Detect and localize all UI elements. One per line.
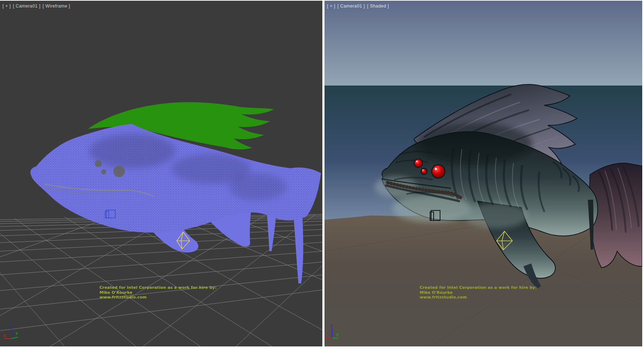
axis-x-label: X (3, 334, 6, 338)
credit-line: Created for Intel Corporation as a work … (420, 285, 537, 290)
viewport-shading-button[interactable]: [ Shaded ] (367, 4, 389, 9)
axis-x-label: x (325, 333, 327, 337)
viewport-camera-button[interactable]: [ Camera01 ] (13, 4, 40, 9)
credit-line: www.fritzstudio.com (99, 295, 216, 300)
axis-y-label: y (336, 332, 339, 336)
scene-credit-text: Created for Intel Corporation as a work … (99, 285, 216, 300)
axis-y-label: Y (15, 331, 18, 336)
application-window: X Z Y [ + ] [ Camera01 ] [ Wireframe ] C… (0, 0, 644, 350)
credit-line: Mike O'Rourke (420, 290, 537, 295)
viewport-label-bar: [ + ] [ Camera01 ] [ Shaded ] (327, 4, 390, 9)
credit-line: Created for Intel Corporation as a work … (99, 285, 216, 290)
caudal-fin-shaded[interactable] (590, 163, 642, 268)
viewport-menu-button[interactable]: [ + ] (327, 4, 335, 9)
credit-line: www.fritzstudio.com (420, 295, 537, 300)
viewport-shading-button[interactable]: [ Wireframe ] (43, 4, 70, 9)
viewport-camera01-wireframe[interactable]: X Z Y [ + ] [ Camera01 ] [ Wireframe ] C… (0, 1, 322, 346)
axis-tripod: X Z Y (3, 324, 18, 339)
viewport-label-bar: [ + ] [ Camera01 ] [ Wireframe ] (3, 4, 71, 9)
wireframe-stipple-texture (30, 124, 321, 233)
viewport-camera-button[interactable]: [ Camera01 ] (337, 4, 365, 9)
axis-z-label: Z (10, 324, 12, 328)
viewport-menu-button[interactable]: [ + ] (3, 4, 11, 9)
axis-z-label: z (331, 324, 333, 328)
fish-model-wireframe[interactable] (30, 102, 321, 284)
viewport-camera01-shaded[interactable]: x z y [ + ] [ Camera01 ] [ Shaded ] Crea… (325, 1, 642, 346)
credit-line: Mike O'Rourke (99, 290, 216, 295)
sky-backdrop (325, 1, 642, 86)
scene-credit-text: Created for Intel Corporation as a work … (420, 285, 537, 300)
